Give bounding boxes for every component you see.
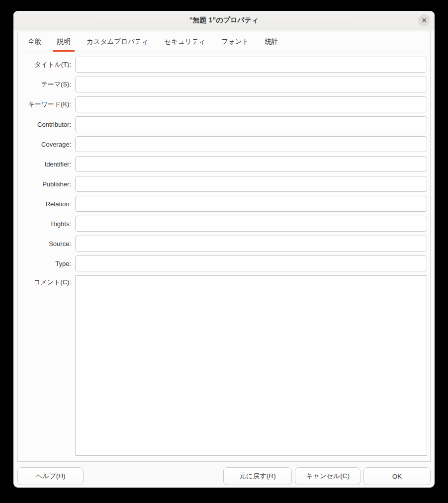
titlebar: “無題 1”のプロパティ ✕ (13, 11, 435, 30)
form-row: キーワード(K): (18, 96, 427, 112)
ok-button[interactable]: OK (363, 467, 431, 485)
form-row: タイトル(T): (18, 57, 427, 73)
subject-field-label: テーマ(S): (18, 80, 75, 89)
contributor-input[interactable] (75, 116, 427, 132)
window-title: “無題 1”のプロパティ (189, 16, 259, 25)
close-icon[interactable]: ✕ (418, 14, 430, 26)
coverage-field-label: Coverage: (18, 141, 75, 148)
form-row: Coverage: (18, 136, 427, 152)
form-row: Type: (18, 255, 427, 271)
form-row: Publisher: (18, 176, 427, 192)
form-row: Identifier: (18, 156, 427, 172)
tab-general[interactable]: 全般 (24, 31, 45, 52)
source-input[interactable] (75, 236, 427, 252)
rights-field-label: Rights: (18, 220, 75, 228)
type-field-label: Type: (18, 260, 75, 267)
relation-input[interactable] (75, 196, 427, 212)
help-button[interactable]: ヘルプ(H) (17, 467, 84, 485)
form-row: Source: (18, 236, 427, 252)
rights-input[interactable] (75, 216, 427, 232)
cancel-button[interactable]: キャンセル(C) (295, 467, 360, 485)
contributor-field-label: Contributor: (18, 121, 75, 128)
tab-custom-properties[interactable]: カスタムプロパティ (83, 31, 152, 52)
form-row: コメント(C): (18, 275, 427, 456)
keywords-input[interactable] (75, 96, 427, 112)
publisher-field-label: Publisher: (18, 180, 75, 188)
properties-dialog: “無題 1”のプロパティ ✕ 全般 説明 カスタムプロパティ セキュリティ フォ… (13, 11, 435, 488)
title-field-label: タイトル(T): (18, 60, 75, 69)
form-row: Contributor: (18, 116, 427, 132)
title-input[interactable] (75, 57, 427, 73)
tab-font[interactable]: フォント (217, 31, 253, 52)
comments-textarea[interactable] (75, 275, 427, 456)
tab-bar: 全般 説明 カスタムプロパティ セキュリティ フォント 統計 (18, 31, 430, 52)
identifier-field-label: Identifier: (18, 161, 75, 168)
identifier-input[interactable] (75, 156, 427, 172)
tab-statistics[interactable]: 統計 (261, 31, 282, 52)
publisher-input[interactable] (75, 176, 427, 192)
description-form: タイトル(T): テーマ(S): キーワード(K): Contributor: … (18, 52, 430, 461)
subject-input[interactable] (75, 77, 427, 92)
button-row: ヘルプ(H) 元に戻す(R) キャンセル(C) OK (17, 467, 431, 485)
form-row: テーマ(S): (18, 77, 427, 92)
revert-button[interactable]: 元に戻す(R) (223, 467, 292, 485)
type-input[interactable] (75, 255, 427, 271)
tab-security[interactable]: セキュリティ (160, 31, 209, 52)
relation-field-label: Relation: (18, 200, 75, 208)
form-row: Relation: (18, 196, 427, 212)
source-field-label: Source: (18, 240, 75, 248)
tab-description[interactable]: 説明 (53, 31, 75, 52)
coverage-input[interactable] (75, 136, 427, 152)
tab-panel: 全般 説明 カスタムプロパティ セキュリティ フォント 統計 タイトル(T): … (17, 31, 431, 462)
keywords-field-label: キーワード(K): (18, 100, 75, 109)
form-row: Rights: (18, 216, 427, 232)
comments-field-label: コメント(C): (18, 275, 75, 287)
